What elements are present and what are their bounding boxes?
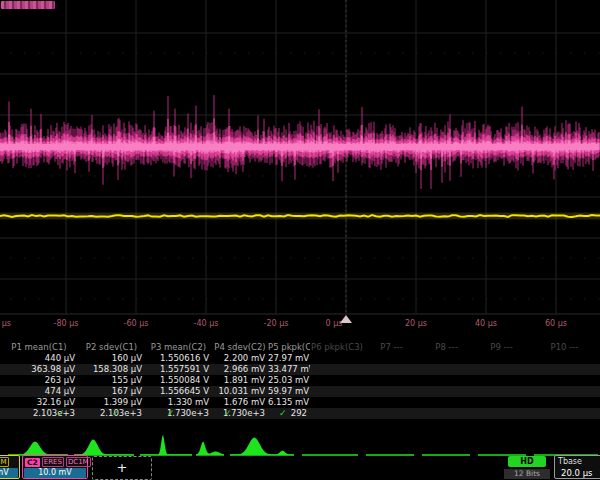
param-header-9[interactable]: P9 --- bbox=[474, 342, 529, 353]
param-value: 1.550616 V bbox=[145, 353, 212, 364]
param-header-7[interactable]: P7 --- bbox=[364, 342, 419, 353]
param-value: 33.477 mV bbox=[268, 364, 310, 375]
measurement-status-row: ✓✓✓✓✓ bbox=[0, 408, 600, 421]
param-header-10[interactable]: P10 --- bbox=[529, 342, 600, 353]
param-value: 2.966 mV bbox=[212, 364, 268, 375]
histicon bbox=[8, 442, 68, 455]
time-tick-label: 20 µs bbox=[405, 319, 427, 328]
trigger-time-marker-icon[interactable] bbox=[340, 315, 352, 323]
param-value: 1.557591 V bbox=[145, 364, 212, 375]
param-header-5[interactable]: P5 pkpk(C2) bbox=[268, 342, 310, 353]
param-value: 1.550084 V bbox=[145, 375, 212, 386]
status-check-icon: ✓ bbox=[167, 408, 175, 418]
channel-c2-descriptor[interactable]: C2 ERES DC1M 10.0 mV bbox=[22, 455, 88, 479]
param-value: 25.03 mV bbox=[268, 375, 310, 386]
time-tick-label: 60 µs bbox=[545, 319, 567, 328]
c2-vertical-scale[interactable]: 10.0 mV bbox=[24, 468, 86, 478]
param-value: 160 µV bbox=[78, 353, 145, 364]
status-check-icon: ✓ bbox=[279, 408, 287, 418]
c1-coupling-label: DC1M bbox=[0, 457, 9, 467]
param-value: 1.330 mV bbox=[145, 397, 212, 408]
param-value: 440 µV bbox=[0, 353, 78, 364]
param-header-6[interactable]: P6 pkpk(C3) bbox=[310, 342, 364, 353]
histicon bbox=[196, 442, 224, 455]
param-stats-row: 32.16 µV1.399 µV1.330 mV1.676 mV6.135 mV bbox=[0, 397, 600, 408]
c2-channel-tag: C2 bbox=[25, 458, 40, 467]
param-value: 1.556645 V bbox=[145, 386, 212, 397]
param-header-1[interactable]: P1 mean(C1) bbox=[0, 342, 78, 353]
time-axis: -100 µs-80 µs-60 µs-40 µs-20 µs0 µs20 µs… bbox=[0, 317, 600, 330]
param-value: 158.308 µV bbox=[78, 364, 145, 375]
histicon bbox=[140, 435, 192, 455]
param-value: 6.135 mV bbox=[268, 397, 310, 408]
param-value: 167 µV bbox=[78, 386, 145, 397]
time-tick-label: -40 µs bbox=[194, 319, 219, 328]
c2-coupling-label: DC1M bbox=[66, 457, 91, 467]
param-stats-row: 474 µV167 µV1.556645 V10.031 mV59.97 mV bbox=[0, 386, 600, 397]
histicon bbox=[230, 438, 294, 455]
param-header-4[interactable]: P4 sdev(C2) bbox=[212, 342, 268, 353]
time-tick-label: -100 µs bbox=[0, 319, 11, 328]
param-stats-row: 440 µV160 µV1.550616 V2.200 mV27.97 mV bbox=[0, 353, 600, 364]
channel-c1-descriptor[interactable]: C1 DC1M 10.0 mV bbox=[0, 455, 20, 479]
time-tick-label: -80 µs bbox=[54, 319, 79, 328]
param-value: 474 µV bbox=[0, 386, 78, 397]
param-value: 59.97 mV bbox=[268, 386, 310, 397]
param-value: 32.16 µV bbox=[0, 397, 78, 408]
param-value: 363.98 µV bbox=[0, 364, 78, 375]
param-header-row: P1 mean(C1)P2 sdev(C1)P3 mean(C2)P4 sdev… bbox=[0, 342, 600, 353]
c1-vertical-scale[interactable]: 10.0 mV bbox=[0, 468, 18, 478]
add-trace-button[interactable]: + bbox=[92, 456, 152, 480]
param-value: 1.676 mV bbox=[212, 397, 268, 408]
param-header-3[interactable]: P3 mean(C2) bbox=[145, 342, 212, 353]
time-tick-label: -60 µs bbox=[124, 319, 149, 328]
time-tick-label: 40 µs bbox=[475, 319, 497, 328]
param-value: 10.031 mV bbox=[212, 386, 268, 397]
param-stats-row: 363.98 µV158.308 µV1.557591 V2.966 mV33.… bbox=[0, 364, 600, 375]
oscilloscope-screen: -100 µs-80 µs-60 µs-40 µs-20 µs0 µs20 µs… bbox=[0, 0, 600, 480]
status-check-icon: ✓ bbox=[112, 408, 120, 418]
timebase-value: 20.0 µs bbox=[555, 467, 600, 478]
param-header-8[interactable]: P8 --- bbox=[419, 342, 474, 353]
histicon bbox=[74, 440, 134, 455]
param-stats-row: 263 µV155 µV1.550084 V1.891 mV25.03 mV bbox=[0, 375, 600, 386]
plus-icon: + bbox=[117, 460, 128, 475]
trace-annotation-label bbox=[1, 1, 55, 9]
param-value: 1.891 mV bbox=[212, 375, 268, 386]
param-header-2[interactable]: P2 sdev(C1) bbox=[78, 342, 145, 353]
c2-eres-label: ERES bbox=[42, 457, 64, 467]
hd-bits-label: 12 Bits bbox=[504, 469, 550, 479]
time-tick-label: -20 µs bbox=[264, 319, 289, 328]
timebase-title: Tbase bbox=[555, 456, 600, 467]
param-value: 2.200 mV bbox=[212, 353, 268, 364]
param-value: 27.97 mV bbox=[268, 353, 310, 364]
timebase-descriptor[interactable]: Tbase 20.0 µs bbox=[554, 455, 600, 479]
status-check-icon: ✓ bbox=[224, 408, 232, 418]
param-value: 263 µV bbox=[0, 375, 78, 386]
status-check-icon: ✓ bbox=[57, 408, 65, 418]
hd-mode-badge[interactable]: HD bbox=[508, 456, 546, 467]
param-value: 1.399 µV bbox=[78, 397, 145, 408]
param-value: 155 µV bbox=[78, 375, 145, 386]
